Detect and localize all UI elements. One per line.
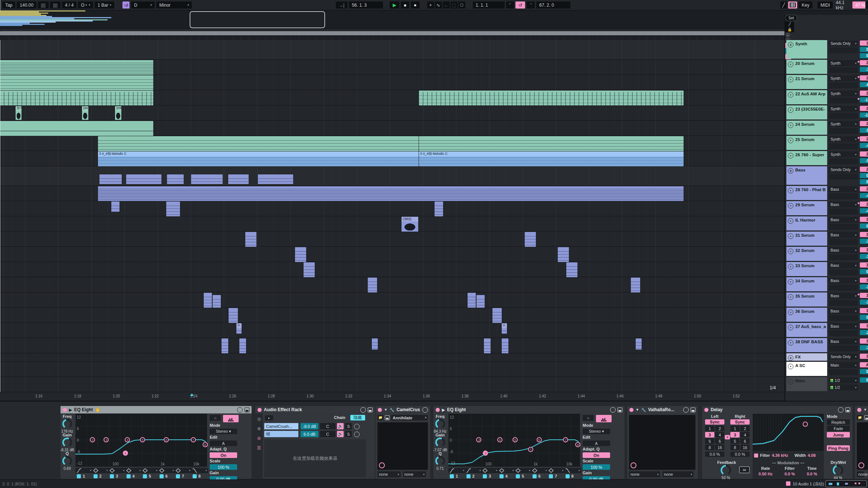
input-box[interactable]	[829, 269, 858, 275]
save-preset-icon[interactable]	[368, 407, 373, 412]
eq-band-enable-checkbox[interactable]	[499, 474, 504, 478]
eq-filter-type-select[interactable]: ▾	[141, 468, 158, 473]
arrangement-lane-34-Serum[interactable]	[0, 277, 785, 292]
hot-swap-icon[interactable]	[610, 407, 616, 413]
track-row-21-Serum[interactable]: ▼21 SerumSynth▾2-6	[785, 75, 868, 90]
rack-play-button[interactable]: ▸	[265, 415, 273, 420]
eq-filter-type-select[interactable]: ▾	[514, 468, 531, 473]
chain-speaker-button[interactable]: 🔊	[337, 431, 344, 437]
plugin-editor-area[interactable]	[857, 422, 868, 470]
eq-filter-type-select[interactable]: ▾	[498, 468, 515, 473]
rack-chainlist-icon[interactable]: ☰	[256, 445, 262, 451]
output-routing-select[interactable]: Bass▾	[829, 278, 858, 284]
track-row-38-DNF-BASS[interactable]: ▼38 DNF BASSBass▾3-3	[785, 338, 868, 353]
clip[interactable]	[0, 75, 153, 90]
eq-band-node-6[interactable]: 6	[164, 437, 169, 442]
scrub-area[interactable]	[0, 36, 785, 40]
delay-right-division-16[interactable]: 16	[740, 445, 750, 450]
track-row-34-Serum[interactable]: ▼34 SerumBass▾3-1	[785, 277, 868, 292]
arrangement-lane-37-Au5_bass_a[interactable]	[0, 323, 785, 338]
delay-right-division-5[interactable]: 5	[730, 438, 740, 444]
clip[interactable]	[98, 136, 419, 151]
input-box[interactable]	[829, 369, 858, 375]
loop-start-field[interactable]: 1. 1. 1	[473, 1, 505, 9]
delay-feedback-knob[interactable]	[721, 465, 731, 475]
device-activator[interactable]	[258, 408, 262, 412]
chain-solo-button[interactable]: S	[345, 431, 352, 437]
eq-filter-slot-4[interactable]: ▾4	[498, 468, 514, 478]
rack-add-icon[interactable]: ⊕	[256, 426, 262, 431]
track-fold-icon[interactable]: ▼	[788, 138, 793, 143]
arrangement-lane-31-Serum[interactable]	[0, 232, 785, 247]
delay-filter-node[interactable]	[803, 422, 808, 427]
delay-mod-param-value[interactable]: 0.0 %	[803, 472, 821, 476]
track-row-Bass[interactable]: ☰BassSends Only▾200	[785, 166, 868, 186]
clip[interactable]	[468, 293, 476, 308]
output-routing-select[interactable]: Bass▾	[829, 308, 858, 314]
plugin-param-ring[interactable]	[630, 462, 636, 468]
eq-band-enable-checkbox[interactable]	[127, 474, 131, 478]
eq-filter-slot-6[interactable]: ▾6	[531, 468, 547, 478]
rack-hide-devices-icon[interactable]: ⊖	[256, 436, 262, 441]
output-routing-select[interactable]: Sends Only▾	[829, 40, 858, 46]
plugin-editor-area[interactable]	[629, 415, 695, 470]
clip[interactable]	[239, 338, 246, 353]
delay-left-division-8[interactable]: 8	[705, 445, 714, 450]
delay-mode-repitch[interactable]: Repitch	[827, 419, 850, 425]
plugin-map-select[interactable]: none▾	[377, 471, 401, 477]
eq-q-knob[interactable]	[62, 456, 72, 466]
delay-mode-fade[interactable]: Fade	[827, 426, 850, 431]
clip[interactable]	[229, 308, 238, 323]
eq-filter-slot-3[interactable]: ▾3	[108, 468, 124, 478]
eq-band-enable-checkbox[interactable]	[176, 474, 180, 478]
track-row-23-{33C55E0E-[interactable]: ▼23 {33C55E0E-Synth▾2-15	[785, 105, 868, 120]
save-preset-icon[interactable]	[845, 407, 850, 412]
eq-band-enable-checkbox[interactable]	[466, 474, 471, 478]
arrangement-lane-33-Serum[interactable]	[0, 262, 785, 277]
eq-band-node-6[interactable]: 6	[537, 437, 542, 442]
input-box[interactable]	[829, 48, 858, 53]
delay-pingpong-button[interactable]: Ping Pong	[827, 445, 850, 451]
track-row-29-Serum[interactable]: ▼29 SerumBass▾2-4	[785, 201, 868, 216]
eq-filter-slot-1[interactable]: ▾1	[75, 468, 91, 478]
track-row-28-760---Phat-B[interactable]: ▼28 760 - Phat BBass▾2-4	[785, 186, 868, 201]
back-to-arrangement-icon[interactable]: ←	[443, 1, 450, 9]
plugin-save-icon[interactable]	[385, 415, 390, 420]
arrangement-lane-Main[interactable]	[0, 377, 785, 392]
delay-width-value[interactable]: 4.08	[808, 453, 815, 458]
eq-filter-slot-5[interactable]: ▾5	[141, 468, 157, 478]
plugin-edit-icon[interactable]: 🔧	[390, 408, 394, 412]
play-button[interactable]: ▶	[390, 1, 399, 9]
clip[interactable]	[631, 278, 640, 292]
time-ruler[interactable]: 1:161:181:201:221:241:261:281:301:321:34…	[0, 392, 785, 400]
input-box[interactable]	[829, 174, 858, 180]
device-title-bar[interactable]: Audio Effect Rack	[255, 406, 375, 413]
eq-filter-type-select[interactable]: ▾	[448, 468, 465, 473]
device-fold-icon[interactable]: ▶	[69, 408, 72, 412]
clip[interactable]	[476, 295, 485, 308]
eq-band-node-7[interactable]: 7	[191, 437, 196, 442]
track-fold-icon[interactable]: ▼	[788, 203, 793, 209]
clip[interactable]	[126, 174, 161, 184]
delay-filter-checkbox[interactable]	[754, 453, 758, 458]
track-row-A-SC[interactable]: ▼A SCMain▾A0	[785, 361, 868, 377]
arrangement-position-field[interactable]: 56. 1. 3	[349, 1, 383, 9]
set-locator-button[interactable]: Set	[785, 15, 797, 21]
eq-filter-type-select[interactable]: ▾	[92, 468, 109, 473]
arrangement-lane-FX[interactable]	[0, 353, 785, 362]
eq-band-enable-checkbox[interactable]	[94, 474, 98, 478]
delay-left-offset-box[interactable]: 0.0 %	[705, 452, 724, 457]
arrangement-lane-32-Serum[interactable]	[0, 247, 785, 262]
eq-graph[interactable]: 1260-6-121001k10k12345678	[75, 414, 207, 467]
eq-headphone-button[interactable]: ∩	[210, 415, 221, 421]
eq-filter-type-select[interactable]: ▾	[75, 468, 92, 473]
rack-hide-button[interactable]: 隐藏	[350, 415, 365, 420]
track-fold-icon[interactable]: ▼	[788, 364, 793, 369]
key-map-button[interactable]: Key	[799, 1, 812, 9]
eq-band-node-5[interactable]: 5	[140, 437, 145, 442]
track-fold-icon[interactable]: ▼	[788, 188, 793, 193]
delay-right-division-2[interactable]: 2	[740, 426, 750, 431]
input-box[interactable]	[829, 345, 858, 351]
track-row-Main[interactable]: ▼Main1/2▾1/2▾0	[785, 377, 868, 392]
input-box[interactable]	[829, 143, 858, 149]
